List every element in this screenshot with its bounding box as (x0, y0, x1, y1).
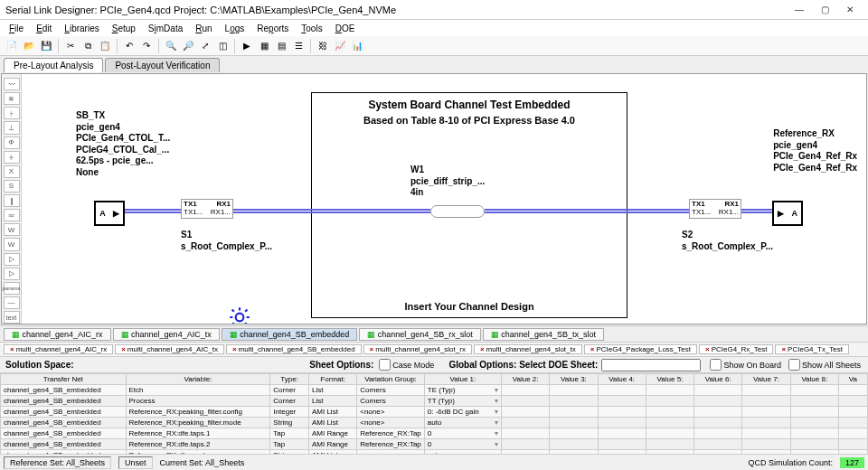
table-row[interactable]: channel_gen4_SB_embeddedReference_RX:pea… (1, 407, 868, 418)
tool-layers-icon[interactable]: ▤ (273, 38, 289, 54)
menu-doe[interactable]: DOE (330, 23, 361, 34)
inner-tab[interactable]: ×PCIeG4_Rx_Test (699, 344, 773, 354)
doe-sheet-select[interactable] (601, 359, 701, 371)
show-on-board-checkbox[interactable] (710, 359, 722, 371)
maximize-button[interactable]: ▢ (812, 2, 837, 18)
show-all-sheets-checkbox[interactable] (788, 359, 800, 371)
menu-reports[interactable]: Reports (251, 23, 294, 34)
gear-icon[interactable] (228, 306, 251, 324)
grid-header[interactable]: Transfer Net (1, 374, 127, 385)
tab-post-layout[interactable]: Post-Layout Verification (105, 58, 220, 72)
palette-wire-icon[interactable]: 〰 (4, 78, 20, 90)
menu-tools[interactable]: Tools (296, 23, 327, 34)
palette-buf-icon[interactable]: ▷ (4, 268, 20, 280)
inner-tab[interactable]: ×multi_channel_gen4_AIC_rx (4, 344, 113, 354)
close-icon[interactable]: × (705, 345, 710, 353)
sheet-tab[interactable]: ▦ channel_gen4_AIC_rx (4, 328, 111, 341)
grid-header[interactable]: Va (838, 374, 867, 385)
tool-zoom-fit-icon[interactable]: ⤢ (197, 38, 213, 54)
grid-header[interactable]: Type: (270, 374, 309, 385)
menu-logs[interactable]: Logs (220, 23, 250, 34)
tool-run-icon[interactable]: ▶ (239, 38, 255, 54)
inner-tab[interactable]: ×multi_channel_gen4_slot_rx (363, 344, 472, 354)
grid-header[interactable]: Value 1: (424, 374, 501, 385)
grid-header[interactable]: Variable: (126, 374, 270, 385)
tx-ports-block[interactable]: TX1RX1 TX1...RX1... (181, 199, 233, 219)
palette-text-icon[interactable]: text (4, 311, 20, 324)
palette-ind-icon[interactable]: Ф (4, 136, 20, 149)
grid-header[interactable]: Value 5: (646, 374, 693, 385)
table-row[interactable]: channel_gen4_SB_embeddedReference_RX:pea… (1, 418, 868, 428)
close-icon[interactable]: × (370, 345, 374, 353)
tool-undo-icon[interactable]: ↶ (121, 38, 137, 54)
palette-res-icon[interactable]: ⟊ (4, 107, 20, 119)
unset-button[interactable]: Unset (118, 456, 153, 469)
close-icon[interactable]: × (480, 345, 485, 353)
close-icon[interactable]: × (121, 345, 126, 353)
table-row[interactable]: channel_gen4_SB_embeddedReference_RX:dfe… (1, 428, 868, 439)
tool-cut-icon[interactable]: ✂ (62, 38, 79, 54)
sheet-tab[interactable]: ▦ channel_gen4_AIC_tx (113, 328, 220, 341)
palette-diffwire-icon[interactable]: ≋ (4, 92, 20, 105)
grid-header[interactable]: Value 7: (742, 374, 790, 385)
menu-edit[interactable]: Edit (31, 23, 57, 34)
palette-s-icon[interactable]: S (4, 180, 20, 193)
w1-tline-symbol[interactable] (430, 205, 485, 218)
grid-header[interactable]: Value 8: (790, 374, 838, 385)
menu-file[interactable]: File (4, 23, 29, 34)
sheet-tab[interactable]: ▦ channel_gen4_SB_tx_slot (483, 328, 604, 341)
grid-header[interactable]: Value 2: (502, 374, 550, 385)
inner-tab[interactable]: ×PCIeG4_Tx_Test (775, 344, 849, 354)
menu-simdata[interactable]: SimData (143, 23, 188, 34)
table-row[interactable]: channel_gen4_SB_embeddedEtchCornerListCo… (1, 385, 868, 396)
inner-tab[interactable]: ×multi_channel_gen4_slot_tx (474, 344, 582, 354)
grid-header[interactable]: Format: (308, 374, 356, 385)
palette-coupled-icon[interactable]: ‖ (4, 194, 20, 207)
palette-x-icon[interactable]: X (4, 165, 20, 178)
tool-copy-icon[interactable]: ⧉ (80, 38, 96, 54)
palette-amp-icon[interactable]: ▷ (4, 253, 20, 266)
palette-tline-icon[interactable]: ═ (4, 209, 20, 221)
tool-grid-icon[interactable]: ▦ (256, 38, 272, 54)
inner-tab[interactable]: ×multi_channel_gen4_AIC_tx (115, 344, 224, 354)
grid-header[interactable]: Value 3: (550, 374, 598, 385)
tool-open-icon[interactable]: 📂 (21, 38, 37, 54)
menu-libraries[interactable]: Libraries (59, 23, 104, 34)
rx-buffer-box[interactable]: ▶A (772, 201, 803, 226)
palette-gnd-icon[interactable]: ⏚ (4, 151, 20, 164)
inner-tab[interactable]: ×multi_channel_gen4_SB_embedded (226, 344, 362, 354)
sheet-tab[interactable]: ▦ channel_gen4_SB_rx_slot (359, 328, 481, 341)
grid-header[interactable]: Value 6: (694, 374, 742, 385)
tool-scope-icon[interactable]: 📈 (332, 38, 348, 54)
tool-report-icon[interactable]: 📊 (349, 38, 365, 54)
tool-zoom-in-icon[interactable]: 🔍 (163, 38, 179, 54)
palette-w1-icon[interactable]: W (4, 223, 20, 236)
tool-new-icon[interactable]: 📄 (4, 38, 20, 54)
tool-save-icon[interactable]: 💾 (38, 38, 54, 54)
case-mode-checkbox[interactable] (379, 359, 391, 371)
close-icon[interactable]: × (590, 345, 595, 353)
schematic-canvas[interactable]: SB_TX pcie_gen4 PCIe_Gen4_CTOL_T... PCIe… (22, 74, 866, 324)
tx-buffer-box[interactable]: A▶ (94, 201, 125, 226)
minimize-button[interactable]: — (787, 2, 812, 18)
table-row[interactable]: channel_gen4_SB_embeddedProcessCornerLis… (1, 396, 868, 407)
tab-pre-layout[interactable]: Pre-Layout Analysis (4, 58, 103, 72)
tool-paste-icon[interactable]: 📋 (97, 38, 113, 54)
menu-setup[interactable]: Setup (107, 23, 141, 34)
close-icon[interactable]: × (781, 345, 786, 353)
tool-redo-icon[interactable]: ↷ (138, 38, 155, 54)
close-button[interactable]: ✕ (837, 2, 863, 18)
table-row[interactable]: channel_gen4_SB_embeddedReference_RX:dfe… (1, 439, 868, 450)
inner-tab[interactable]: ×PCIeG4_Package_Loss_Test (584, 344, 697, 354)
rx-ports-block[interactable]: TX1RX1 TX1...RX1... (689, 199, 741, 219)
menu-run[interactable]: Run (190, 23, 217, 34)
tool-zoom-out-icon[interactable]: 🔎 (180, 38, 196, 54)
solution-grid[interactable]: Transfer NetVariable:Type:Format:Variati… (0, 372, 868, 454)
sheet-tab[interactable]: ▦ channel_gen4_SB_embedded (222, 328, 358, 341)
palette-cap-icon[interactable]: ⊥ (4, 121, 20, 134)
grid-header[interactable]: Variation Group: (357, 374, 425, 385)
tool-props-icon[interactable]: ☰ (290, 38, 307, 54)
tool-link-icon[interactable]: ⛓ (315, 38, 331, 54)
close-icon[interactable]: × (232, 345, 237, 353)
grid-header[interactable]: Value 4: (598, 374, 646, 385)
